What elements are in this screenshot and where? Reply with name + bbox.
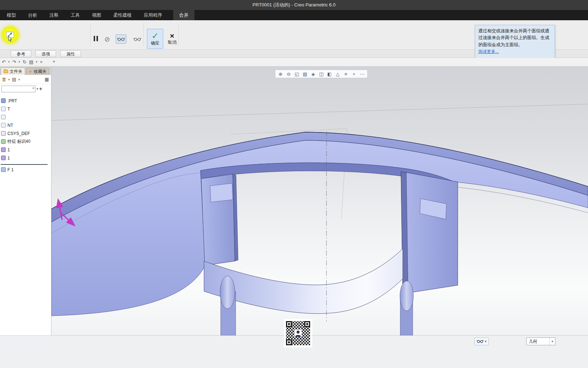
selection-filter-combo[interactable]: 几何 ▾ [526,337,555,345]
tab-model[interactable]: 模型 [1,10,22,20]
star-icon: ★ [29,70,32,74]
refit-icon[interactable]: ◱ [293,70,301,77]
preview-icon[interactable] [132,34,143,44]
folder-icon [4,70,8,73]
redo-icon[interactable]: ↷ [12,60,16,64]
pause-icon[interactable] [93,36,99,43]
search-caret-icon[interactable]: ▾ [37,87,38,91]
left-boss[interactable] [220,276,235,309]
check-icon: ✓ [152,32,159,40]
in-graphics-toolbar: ⊕ ⊖ ◱ ▧ ◈ ◫ ◧ △ ≡ + ⋯ [275,70,368,78]
clear-search-icon[interactable]: × [32,86,34,91]
window-title: PRT0001 (活动的) - Creo Parametric 6.0 [253,2,336,8]
tab-view[interactable]: 视图 [86,10,107,20]
chevron-down-icon[interactable]: ▾ [549,338,555,345]
zoom-out-icon[interactable]: ⊖ [285,70,292,77]
tree-item[interactable] [0,113,51,121]
zoom-in-icon[interactable]: ⊕ [277,70,284,77]
tab-analysis[interactable]: 分析 [22,10,43,20]
no-preview-icon[interactable]: ⊘ [104,36,110,43]
annotation-display-icon[interactable]: ≡ [342,70,350,77]
tree-search-row: × ▾ + [0,84,51,93]
tree-item[interactable]: F 1 [0,166,51,174]
verify-icon[interactable] [116,34,126,44]
tab-tools[interactable]: 工具 [65,10,86,20]
read-more-link[interactable]: 阅读更多... [478,49,499,54]
section-view-icon[interactable]: ◫ [318,70,325,77]
window-caret-icon[interactable]: ▾ [36,60,38,64]
tab-favorites[interactable]: ★ 收藏夹 [26,67,49,75]
datum-plane-icon [1,107,6,111]
part-icon [1,98,6,103]
ribbon-separator [178,24,178,46]
insert-here-marker[interactable] [1,164,48,165]
close-icon: × [170,32,174,39]
window-group-icon[interactable]: ▤ [29,60,33,64]
graphics-options-icon[interactable]: ⋯ [358,70,366,77]
tree-columns-icon[interactable]: ▤ [12,77,16,82]
filter-icon[interactable]: ▼ [52,60,56,64]
ribbon-tab-bar: 模型 分析 注释 工具 视图 柔性建模 应用程序 合并 [0,10,588,20]
csys-icon [1,131,6,136]
cancel-label: 取消 [168,39,176,45]
repaint-icon[interactable]: ▧ [301,70,309,77]
right-wall[interactable] [401,172,458,294]
named-views-icon[interactable]: ◈ [309,70,317,77]
tree-filters-icon[interactable]: ≣ [2,77,6,82]
quick-access-toolbar: ↶ ▾ ↷ ▾ ↻ ▤ ▾ × ▼ [0,58,588,66]
insert-feature-icon [1,167,6,172]
tree-columns-caret-icon[interactable]: ▾ [18,78,20,81]
regenerate-icon[interactable]: ↻ [23,60,27,64]
tree-search-input[interactable] [1,86,35,92]
ribbon-separator [143,24,144,46]
tree-item[interactable]: 1 [0,154,51,162]
tree-filters-caret-icon[interactable]: ▾ [8,78,10,81]
tab-flexible-modeling[interactable]: 柔性建模 [107,10,138,20]
selection-filter-value: 几何 [527,339,549,345]
panel-tab-properties[interactable]: 属性 [60,50,81,57]
favorites-tab-label: 收藏夹 [34,69,46,75]
detail-view-icon[interactable]: ▦ [45,77,49,82]
left-wall-tab[interactable] [210,183,233,202]
merge-feature-icon [1,147,6,152]
tree-item[interactable]: .PRT [0,97,51,105]
add-search-icon[interactable]: + [39,86,42,92]
tree-item[interactable]: NT [0,121,51,129]
spin-center-icon[interactable]: + [350,70,358,77]
panel-tab-references[interactable]: 参考 [11,50,31,57]
redo-caret-icon[interactable]: ▾ [18,60,20,64]
find-caret-icon: ▾ [485,340,487,343]
tree-item[interactable]: CSYS_DEF [0,129,51,137]
creo-parametric-window: PRT0001 (活动的) - Creo Parametric 6.0 模型 分… [0,0,588,368]
tab-annotate[interactable]: 注释 [43,10,65,20]
close-window-icon[interactable]: × [40,60,43,64]
tab-folder-browser[interactable]: 文件夹 [1,67,25,75]
tree-item[interactable]: T [0,105,51,113]
tab-merge[interactable]: 合并 [173,10,194,20]
qr-code-watermark [284,319,312,347]
datum-plane-edge [51,104,588,120]
merge-feature-icon [1,156,6,160]
datum-plane-icon [1,123,6,128]
panel-tab-options[interactable]: 选项 [35,50,56,57]
ok-button[interactable]: ✓ 确定 [147,29,163,49]
model-tree: .PRT T NT CSYS_DEF 特征 标识40 1 1 F 1 [0,93,51,174]
graphics-area[interactable]: ⊕ ⊖ ◱ ▧ ◈ ◫ ◧ △ ≡ + ⋯ [51,66,588,335]
merge-tooltip: 通过相交或连接来合并两个面组或通过连接来合并两个以上的面组。生成的面组会成为主面… [475,25,555,58]
feature-icon [1,139,6,144]
binoculars-icon [477,339,484,343]
merged-quilt-model[interactable] [51,66,588,335]
tooltip-text: 通过相交或连接来合并两个面组或通过连接来合并两个以上的面组。生成的面组会成为主面… [478,28,549,47]
right-boss[interactable] [400,281,413,311]
undo-caret-icon[interactable]: ▾ [8,60,10,64]
undo-icon[interactable]: ↶ [2,60,6,64]
mouse-cursor [8,36,13,42]
folder-tab-label: 文件夹 [10,69,22,75]
model-tree-toolbar: ≣ ▾ ▤ ▾ ▦ [0,75,51,84]
tab-applications[interactable]: 应用程序 [138,10,168,20]
tree-item[interactable]: 1 [0,146,51,154]
datum-display-icon[interactable]: △ [334,70,341,77]
find-button[interactable]: ▾ [474,337,489,345]
tree-item[interactable]: 特征 标识40 [0,137,51,146]
display-style-icon[interactable]: ◧ [326,70,333,77]
